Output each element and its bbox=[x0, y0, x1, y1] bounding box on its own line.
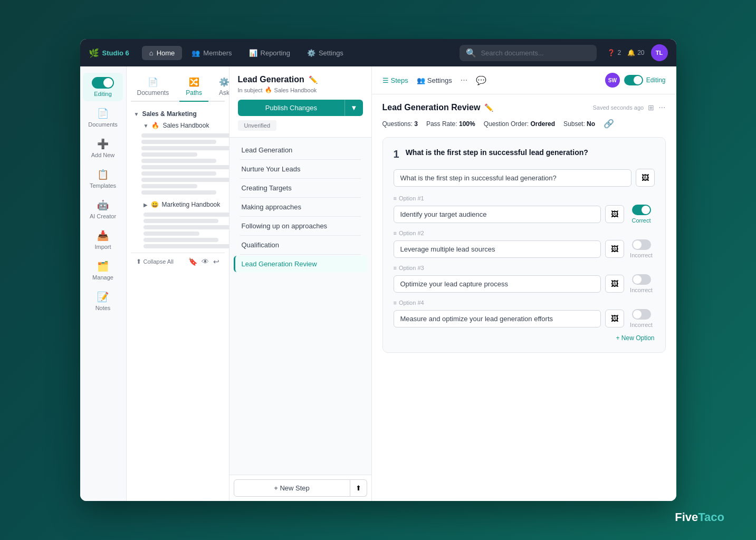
bell-icon: 🔔 bbox=[627, 49, 635, 56]
nav-actions: ❓ 2 🔔 20 TL bbox=[607, 44, 667, 61]
editing-toggle[interactable] bbox=[92, 77, 114, 89]
step-item-following-up[interactable]: Following up on approaches bbox=[234, 218, 367, 234]
edit-path-title-icon[interactable]: ✏️ bbox=[309, 75, 318, 84]
new-step-collapse-button[interactable]: ⬆ bbox=[350, 479, 367, 497]
user-avatar[interactable]: TL bbox=[651, 44, 668, 61]
step-divider-1 bbox=[240, 159, 361, 160]
home-icon: ⌂ bbox=[149, 49, 154, 57]
option-2-toggle-area: Incorrect bbox=[628, 239, 655, 258]
editing-toggle-right[interactable]: Editing bbox=[624, 75, 666, 85]
option-4-image-button[interactable]: 🖼 bbox=[605, 310, 624, 327]
nav-settings[interactable]: ⚙️ Settings bbox=[300, 46, 351, 60]
add-new-icon: ➕ bbox=[97, 138, 109, 150]
step-item-creating-targets[interactable]: Creating Targets bbox=[234, 180, 367, 196]
drag-handle-3[interactable]: ≡ bbox=[394, 265, 397, 271]
step-item-nurture[interactable]: Nurture Your Leads bbox=[234, 161, 367, 177]
comment-icon[interactable]: 💬 bbox=[476, 75, 486, 85]
new-step-button[interactable]: + New Step bbox=[234, 479, 350, 497]
option-2-label: ≡ Option #2 bbox=[394, 230, 655, 236]
option-1-image-button[interactable]: 🖼 bbox=[605, 205, 624, 223]
templates-icon: 📋 bbox=[97, 169, 109, 180]
help-button[interactable]: ❓ 2 bbox=[607, 49, 621, 56]
option-3-incorrect-toggle[interactable] bbox=[632, 274, 651, 285]
question-order-stat: Question Order: Ordered bbox=[484, 120, 555, 128]
edit-quiz-title-icon[interactable]: ✏️ bbox=[484, 103, 493, 112]
quiz-settings-button[interactable]: 👥 Settings bbox=[417, 76, 452, 84]
option-4-label: ≡ Option #4 bbox=[394, 300, 655, 306]
option-3-image-button[interactable]: 🖼 bbox=[605, 275, 624, 293]
tree-tab-paths[interactable]: 🔀 Paths bbox=[179, 73, 208, 102]
option-3-input[interactable] bbox=[394, 275, 601, 293]
question-image-button[interactable]: 🖼 bbox=[636, 169, 655, 187]
search-bar[interactable]: 🔍 bbox=[460, 45, 597, 61]
step-item-lead-gen-review[interactable]: Lead Generation Review bbox=[234, 256, 367, 272]
subject-icon: 🔥 bbox=[265, 86, 272, 93]
step-item-lead-gen[interactable]: Lead Generation bbox=[234, 142, 367, 158]
option-2-image-button[interactable]: 🖼 bbox=[605, 240, 624, 258]
option-1-correct-toggle[interactable] bbox=[632, 205, 651, 215]
expand-icon[interactable]: ⊞ bbox=[648, 103, 654, 112]
tree-documents-icon: 📄 bbox=[148, 77, 158, 87]
sidebar-item-manage[interactable]: 🗂️ Manage bbox=[83, 256, 123, 285]
publish-dropdown-button[interactable]: ▼ bbox=[344, 100, 362, 116]
option-2-input[interactable] bbox=[394, 240, 601, 258]
more-dots-icon[interactable]: ··· bbox=[658, 103, 665, 112]
question-input[interactable] bbox=[394, 169, 631, 187]
reporting-icon: 📊 bbox=[249, 49, 257, 57]
help-icon: ❓ bbox=[607, 49, 615, 56]
link-icon[interactable]: 🔗 bbox=[604, 119, 614, 129]
eye-icon[interactable]: 👁 bbox=[202, 257, 209, 266]
skeleton-14 bbox=[143, 232, 200, 236]
option-4-input[interactable] bbox=[394, 310, 601, 327]
path-subtitle: In subject 🔥 Sales Handbook bbox=[238, 86, 363, 93]
question-text: What is the first step in successful lea… bbox=[406, 148, 655, 157]
option-1-input[interactable] bbox=[394, 206, 601, 223]
app-logo: 🌿 Studio 6 bbox=[89, 48, 129, 58]
right-panel-header: ☰ Steps 👥 Settings ··· 💬 SW bbox=[372, 66, 676, 94]
sidebar-item-add-new[interactable]: ➕ Add New bbox=[83, 134, 123, 162]
search-input[interactable] bbox=[481, 49, 590, 57]
tree-tab-ask[interactable]: ⚙️ Ask bbox=[213, 73, 229, 101]
sidebar-item-templates[interactable]: 📋 Templates bbox=[83, 165, 123, 193]
skeleton-6 bbox=[141, 165, 229, 169]
nav-home[interactable]: ⌂ Home bbox=[142, 46, 183, 60]
tree-section-header-sales[interactable]: ▼ Sales & Marketing bbox=[131, 108, 225, 120]
sidebar-item-notes[interactable]: 📝 Notes bbox=[83, 287, 123, 315]
sidebar-item-ai-creator[interactable]: 🤖 AI Creator bbox=[83, 195, 123, 224]
option-2-incorrect-toggle[interactable] bbox=[632, 239, 651, 250]
step-divider-4 bbox=[240, 216, 361, 217]
tree-tab-documents[interactable]: 📄 Documents bbox=[131, 73, 176, 101]
sidebar-item-documents[interactable]: 📄 Documents bbox=[83, 103, 123, 132]
step-item-qualification[interactable]: Qualification bbox=[234, 237, 367, 253]
skeleton-11 bbox=[143, 213, 229, 217]
step-item-making-approaches[interactable]: Making approaches bbox=[234, 199, 367, 215]
tree-item-sales-handbook[interactable]: ▼ 🔥 Sales Handbook bbox=[131, 120, 225, 131]
sidebar-item-editing[interactable]: Editing bbox=[83, 73, 123, 101]
tree-item-marketing-handbook[interactable]: ▶ 😀 Marketing Handbook bbox=[131, 199, 225, 210]
option-3-label: ≡ Option #3 bbox=[394, 265, 655, 271]
bookmark-icon[interactable]: 🔖 bbox=[188, 257, 197, 266]
step-divider-6 bbox=[240, 254, 361, 255]
quiz-header: Lead Generation Review ✏️ Saved seconds … bbox=[382, 103, 666, 112]
drag-handle-1[interactable]: ≡ bbox=[394, 195, 397, 201]
arrow-icon[interactable]: ↩ bbox=[213, 257, 219, 266]
quiz-title: Lead Generation Review bbox=[382, 103, 481, 112]
nav-reporting[interactable]: 📊 Reporting bbox=[242, 46, 298, 60]
new-option-button[interactable]: + New Option bbox=[616, 334, 654, 342]
drag-handle-4[interactable]: ≡ bbox=[394, 300, 397, 306]
option-3-row: 🖼 Incorrect bbox=[394, 274, 655, 293]
collapse-all-button[interactable]: ⬆ Collapse All bbox=[136, 258, 174, 265]
option-4-incorrect-toggle[interactable] bbox=[632, 309, 651, 320]
manage-icon: 🗂️ bbox=[97, 261, 109, 272]
question-input-row: 🖼 bbox=[394, 169, 655, 187]
publish-changes-button[interactable]: Publish Changes bbox=[238, 100, 345, 116]
notifications-button[interactable]: 🔔 20 bbox=[627, 49, 644, 56]
skeleton-3 bbox=[141, 146, 229, 150]
nav-members[interactable]: 👥 Members bbox=[184, 46, 239, 60]
sidebar-item-import[interactable]: 📥 Import bbox=[83, 226, 123, 254]
steps-button[interactable]: ☰ Steps bbox=[382, 76, 408, 84]
drag-handle-2[interactable]: ≡ bbox=[394, 230, 397, 236]
more-options-icon[interactable]: ··· bbox=[461, 75, 467, 85]
ai-creator-icon: 🤖 bbox=[97, 199, 109, 211]
publish-row: Publish Changes ▼ bbox=[238, 100, 363, 116]
